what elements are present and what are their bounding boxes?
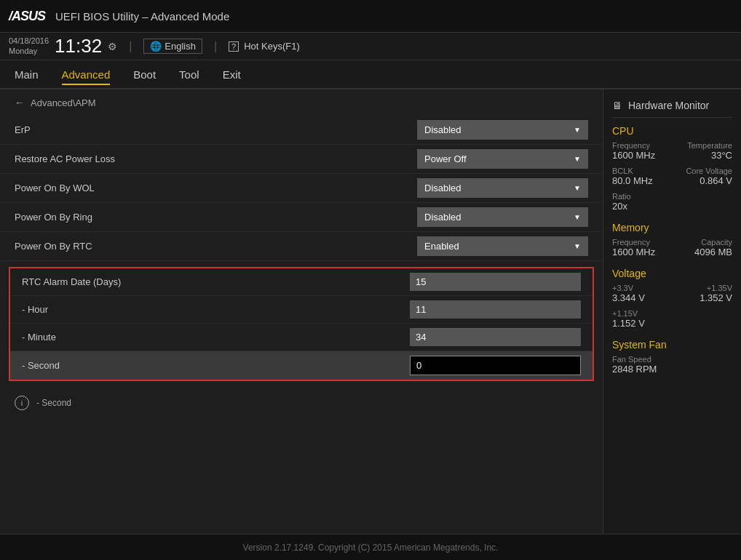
info-icon: i: [15, 396, 29, 410]
fan-speed-label: Fan Speed: [612, 355, 657, 364]
cpu-section: CPU: [612, 125, 732, 137]
power-rtc-row: Power On By RTC Enabled ▼: [0, 232, 603, 261]
rtc-hour-input[interactable]: [410, 300, 581, 319]
rtc-group-box: RTC Alarm Date (Days) - Hour - Minute - …: [9, 267, 594, 381]
rtc-hour-label: - Hour: [22, 304, 410, 315]
cpu-bclk-row: BCLK 80.0 MHz Core Voltage 0.864 V: [612, 167, 732, 189]
cpu-ratio-row: Ratio 20x: [612, 192, 732, 215]
restore-ac-label: Restore AC Power Loss: [15, 153, 417, 164]
voltage-section: Voltage: [612, 268, 732, 279]
restore-ac-row: Restore AC Power Loss Power Off ▼: [0, 145, 603, 174]
nav-tool[interactable]: Tool: [179, 65, 199, 84]
rtc-hour-row: - Hour: [10, 296, 593, 324]
erp-dropdown[interactable]: Disabled ▼: [417, 120, 588, 140]
cpu-temp-label: Temperature: [687, 141, 732, 150]
footer: Version 2.17.1249. Copyright (C) 2015 Am…: [0, 534, 741, 560]
rtc-date-input[interactable]: [410, 273, 581, 291]
sidebar: 🖥 Hardware Monitor CPU Frequency 1600 MH…: [603, 89, 741, 534]
sysfan-section: System Fan: [612, 339, 732, 351]
hotkeys-icon: ?: [229, 41, 239, 52]
gear-icon[interactable]: ⚙: [108, 41, 117, 52]
nav-advanced[interactable]: Advanced: [62, 65, 111, 85]
dropdown-arrow3: ▼: [574, 184, 581, 192]
rtc-minute-row: - Minute: [10, 324, 593, 351]
language-button[interactable]: 🌐 English: [143, 39, 202, 54]
restore-ac-dropdown[interactable]: Power Off ▼: [417, 149, 588, 169]
hint-area: i - Second: [0, 387, 603, 419]
navbar: Main Advanced Boot Tool Exit: [0, 60, 741, 89]
voltage-row2: +1.15V 1.152 V: [612, 309, 732, 332]
dropdown-arrow: ▼: [574, 126, 581, 134]
erp-label: ErP: [15, 124, 417, 135]
hw-monitor-label: Hardware Monitor: [628, 100, 709, 111]
dropdown-arrow5: ▼: [574, 242, 581, 250]
time-display: 11:32: [55, 35, 102, 57]
cpu-bclk-val: 80.0 MHz: [612, 175, 653, 186]
power-wol-row: Power On By WOL Disabled ▼: [0, 174, 603, 203]
mem-cap-val: 4096 MB: [694, 247, 732, 257]
hint-text: - Second: [36, 398, 71, 408]
v135-label: +1.35V: [700, 284, 732, 292]
cpu-freq-row: Frequency 1600 MHz Temperature 33°C: [612, 141, 732, 164]
power-wol-dropdown[interactable]: Disabled ▼: [417, 178, 588, 198]
memory-section: Memory: [612, 222, 732, 233]
hw-monitor-icon: 🖥: [612, 100, 622, 111]
cpu-corev-val: 0.864 V: [686, 175, 732, 186]
header-title: UEFI BIOS Utility – Advanced Mode: [55, 10, 229, 23]
v115-val: 1.152 V: [612, 318, 645, 329]
mem-row: Frequency 1600 MHz Capacity 4096 MB: [612, 238, 732, 260]
v33-label: +3.3V: [612, 284, 645, 292]
v33-val: 3.344 V: [612, 292, 645, 303]
cpu-ratio-label: Ratio: [612, 192, 631, 201]
hotkeys-button[interactable]: ? Hot Keys(F1): [229, 41, 300, 52]
v115-label: +1.15V: [612, 309, 645, 318]
nav-boot[interactable]: Boot: [133, 65, 156, 84]
power-rtc-dropdown[interactable]: Enabled ▼: [417, 236, 588, 256]
mem-cap-label: Capacity: [694, 238, 732, 247]
header: /ASUS UEFI BIOS Utility – Advanced Mode: [0, 0, 741, 33]
separator: |: [129, 40, 132, 53]
breadcrumb: ← Advanced\APM: [0, 89, 603, 116]
cpu-corev-label: Core Voltage: [686, 167, 732, 175]
cpu-temp-val: 33°C: [687, 150, 732, 161]
globe-icon: 🌐: [150, 41, 162, 52]
dropdown-arrow2: ▼: [574, 155, 581, 163]
nav-exit[interactable]: Exit: [223, 65, 241, 84]
cpu-freq-val: 1600 MHz: [612, 150, 655, 161]
mem-freq-label: Frequency: [612, 238, 655, 247]
rtc-second-row: - Second: [10, 351, 593, 380]
rtc-minute-label: - Minute: [22, 332, 410, 343]
power-ring-row: Power On By Ring Disabled ▼: [0, 203, 603, 232]
datetime: 04/18/2016 Monday: [9, 36, 49, 55]
rtc-second-input[interactable]: [410, 356, 581, 375]
mem-freq-val: 1600 MHz: [612, 247, 655, 257]
voltage-row1: +3.3V 3.344 V +1.35V 1.352 V: [612, 284, 732, 306]
dropdown-arrow4: ▼: [574, 213, 581, 221]
cpu-bclk-label: BCLK: [612, 167, 653, 175]
erp-row: ErP Disabled ▼: [0, 116, 603, 145]
content-area: ← Advanced\APM ErP Disabled ▼ Restore AC…: [0, 89, 603, 534]
footer-text: Version 2.17.1249. Copyright (C) 2015 Am…: [243, 543, 499, 553]
fan-row: Fan Speed 2848 RPM: [612, 355, 732, 377]
nav-main[interactable]: Main: [15, 65, 39, 84]
power-wol-label: Power On By WOL: [15, 183, 417, 193]
cpu-ratio-val: 20x: [612, 201, 631, 212]
power-rtc-label: Power On By RTC: [15, 241, 417, 252]
rtc-date-row: RTC Alarm Date (Days): [10, 268, 593, 296]
info-bar: 04/18/2016 Monday 11:32 ⚙ | 🌐 English | …: [0, 33, 741, 60]
rtc-minute-input[interactable]: [410, 328, 581, 346]
rtc-date-label: RTC Alarm Date (Days): [22, 276, 410, 287]
fan-speed-val: 2848 RPM: [612, 364, 657, 375]
breadcrumb-path: Advanced\APM: [31, 97, 96, 108]
separator2: |: [214, 40, 217, 53]
sidebar-title: 🖥 Hardware Monitor: [612, 97, 732, 118]
rtc-second-label: - Second: [22, 360, 410, 371]
v135-val: 1.352 V: [700, 292, 732, 303]
main-layout: ← Advanced\APM ErP Disabled ▼ Restore AC…: [0, 89, 741, 534]
back-arrow[interactable]: ←: [15, 97, 25, 108]
cpu-freq-label: Frequency: [612, 141, 655, 150]
asus-logo: /ASUS: [9, 9, 45, 24]
power-ring-label: Power On By Ring: [15, 212, 417, 223]
power-ring-dropdown[interactable]: Disabled ▼: [417, 207, 588, 227]
